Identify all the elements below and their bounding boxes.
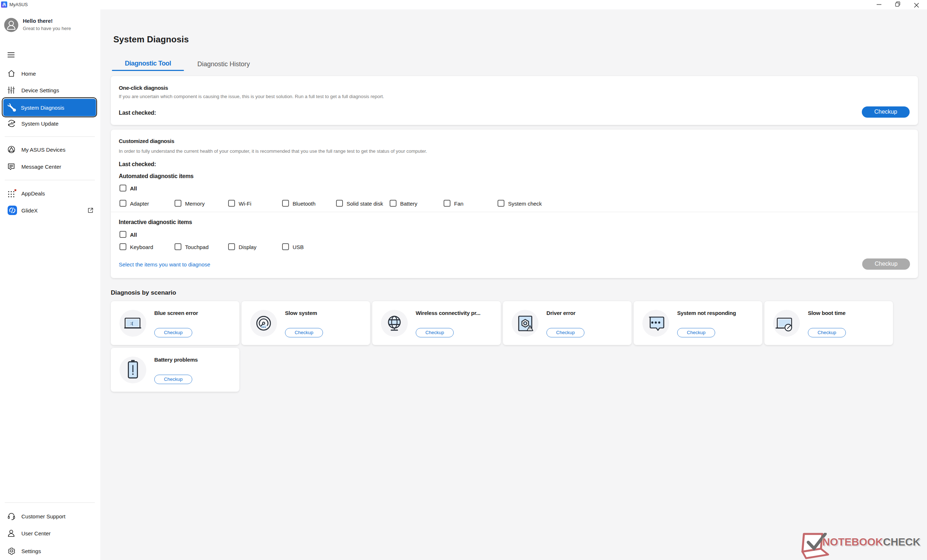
svg-text::(: :(	[130, 321, 133, 325]
